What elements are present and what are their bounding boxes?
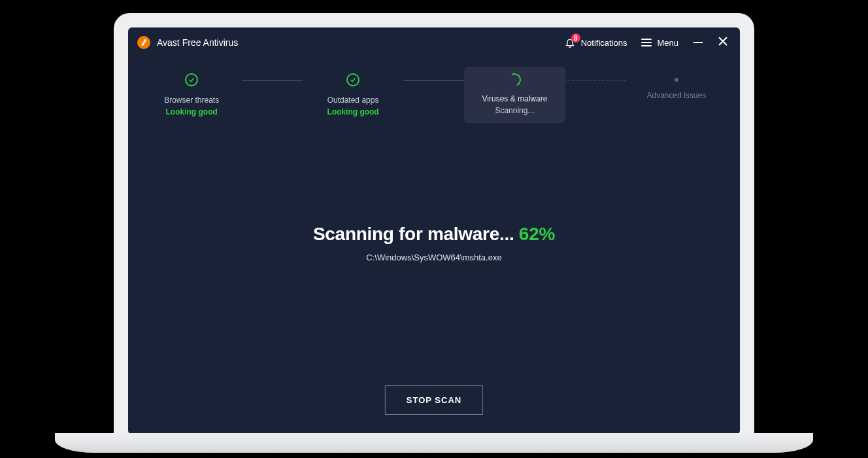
- laptop-frame: Avast Free Antivirus 8 Notifications Men…: [114, 13, 754, 445]
- step-status: Looking good: [165, 107, 217, 116]
- bell-icon: 8: [564, 37, 576, 48]
- notifications-button[interactable]: 8 Notifications: [564, 37, 627, 48]
- headline-percent: 62%: [519, 224, 555, 244]
- notifications-label: Notifications: [581, 38, 627, 48]
- scan-status: Scanning for malware... 62% C:\Windows\S…: [128, 224, 740, 262]
- check-circle-icon: [185, 73, 198, 86]
- scan-current-file: C:\Windows\SysWOW64\mshta.exe: [128, 253, 740, 262]
- step-label: Advanced issues: [646, 91, 706, 100]
- laptop-base: [55, 433, 813, 453]
- step-label: Browser threats: [164, 96, 219, 105]
- step-viruses-malware: Viruses & malware Scanning...: [464, 67, 565, 123]
- minimize-icon: [693, 42, 703, 43]
- step-label: Viruses & malware: [482, 94, 548, 103]
- close-button[interactable]: [718, 37, 728, 48]
- pending-dot-icon: [675, 78, 678, 82]
- titlebar-right: 8 Notifications Menu: [564, 37, 728, 48]
- step-connector: [403, 80, 464, 80]
- app-title: Avast Free Antivirus: [157, 37, 238, 48]
- scan-steps: Browser threats Looking good Outdated ap…: [128, 73, 740, 123]
- scan-headline: Scanning for malware... 62%: [128, 224, 740, 245]
- step-connector-pending: [565, 80, 626, 80]
- step-status: Looking good: [327, 107, 378, 116]
- notifications-badge: 8: [571, 33, 580, 43]
- menu-label: Menu: [657, 38, 678, 48]
- headline-text: Scanning for malware...: [313, 224, 519, 244]
- step-browser-threats: Browser threats Looking good: [141, 73, 242, 116]
- step-outdated-apps: Outdated apps Looking good: [303, 73, 403, 116]
- step-status: Scanning...: [495, 106, 534, 115]
- titlebar: Avast Free Antivirus 8 Notifications Men…: [128, 27, 740, 58]
- step-advanced-issues: Advanced issues: [626, 73, 727, 100]
- hamburger-icon: [641, 39, 652, 46]
- menu-button[interactable]: Menu: [641, 38, 678, 48]
- spinner-icon: [507, 71, 524, 88]
- check-circle-icon: [346, 73, 359, 86]
- step-connector: [242, 80, 303, 80]
- avast-logo-icon: [137, 36, 150, 49]
- step-label: Outdated apps: [327, 96, 379, 105]
- stop-scan-button[interactable]: STOP SCAN: [385, 385, 483, 415]
- app-window: Avast Free Antivirus 8 Notifications Men…: [128, 27, 740, 434]
- close-icon: [718, 37, 727, 48]
- minimize-button[interactable]: [693, 37, 703, 48]
